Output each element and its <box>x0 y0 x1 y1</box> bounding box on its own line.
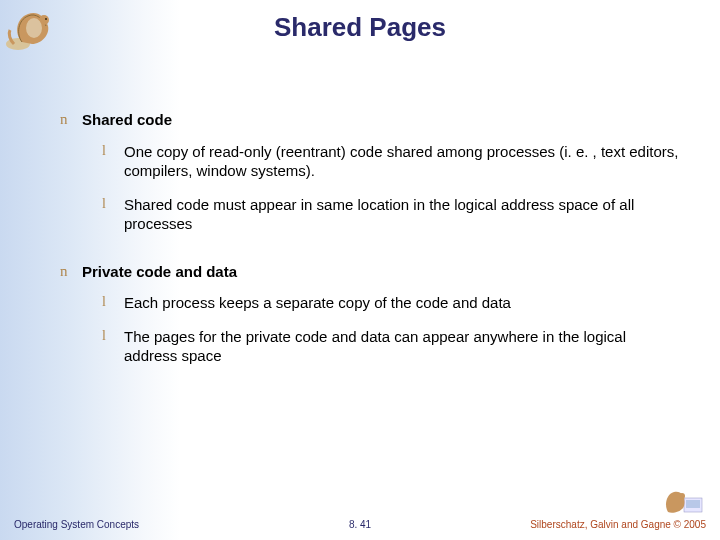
slide-title: Shared Pages <box>0 12 720 43</box>
list-item: l Shared code must appear in same locati… <box>102 195 680 234</box>
list-item: l One copy of read-only (reentrant) code… <box>102 142 680 181</box>
slide-footer: Operating System Concepts 8. 41 Silbersc… <box>0 510 720 530</box>
bullet-n-icon: n <box>60 262 82 282</box>
svg-rect-5 <box>686 500 700 508</box>
bullet-n-icon: n <box>60 110 82 130</box>
bullet-l-icon: l <box>102 293 124 311</box>
list-item-text: One copy of read-only (reentrant) code s… <box>124 142 680 181</box>
bullet-l-icon: l <box>102 327 124 345</box>
list-item: l Each process keeps a separate copy of … <box>102 293 680 313</box>
footer-copyright: Silberschatz, Galvin and Gagne © 2005 <box>530 519 706 530</box>
section-private-code: n Private code and data l Each process k… <box>60 262 680 366</box>
list-item-text: Each process keeps a separate copy of th… <box>124 293 680 313</box>
list-item-text: Shared code must appear in same location… <box>124 195 680 234</box>
bullet-l-icon: l <box>102 142 124 160</box>
list-item: l The pages for the private code and dat… <box>102 327 680 366</box>
section-label: Shared code <box>82 110 172 130</box>
slide-content: n Shared code l One copy of read-only (r… <box>60 110 680 394</box>
list-item-text: The pages for the private code and data … <box>124 327 680 366</box>
bullet-l-icon: l <box>102 195 124 213</box>
section-shared-code: n Shared code l One copy of read-only (r… <box>60 110 680 234</box>
section-label: Private code and data <box>82 262 237 282</box>
svg-point-6 <box>679 493 685 499</box>
